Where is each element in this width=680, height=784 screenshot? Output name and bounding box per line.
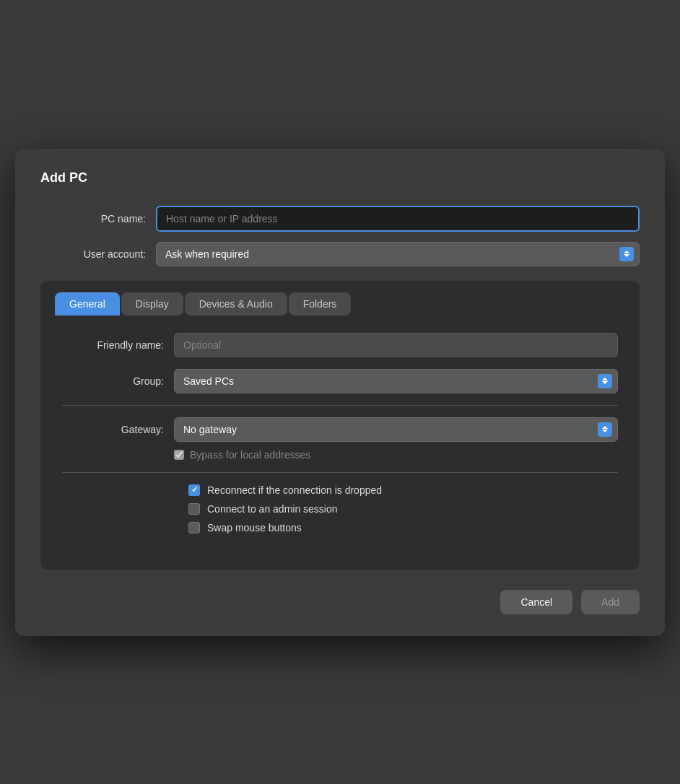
friendly-name-label: Friendly name:: [62, 339, 174, 351]
tab-general[interactable]: General: [55, 292, 120, 315]
reconnect-checkbox-checked-icon[interactable]: [188, 484, 200, 496]
swap-mouse-checkbox[interactable]: [188, 522, 200, 533]
tab-devices-audio[interactable]: Devices & Audio: [185, 292, 287, 315]
tab-folders[interactable]: Folders: [289, 292, 352, 315]
user-account-row: User account: Ask when required: [40, 242, 640, 266]
pc-name-row: PC name:: [40, 206, 640, 232]
group-label: Group:: [62, 375, 174, 387]
pc-name-input[interactable]: [156, 206, 640, 232]
gateway-row: Gateway: No gateway: [62, 417, 618, 442]
friendly-name-input[interactable]: [174, 333, 618, 357]
bypass-row: Bypass for local addresses: [62, 449, 618, 461]
general-tab-content: Friendly name: Group: Saved PCs Gateway:: [40, 315, 640, 548]
group-row: Group: Saved PCs: [62, 369, 618, 393]
divider-2: [62, 472, 618, 473]
user-account-select[interactable]: Ask when required: [156, 242, 640, 266]
admin-session-checkbox[interactable]: [188, 503, 200, 515]
cancel-button[interactable]: Cancel: [500, 590, 572, 614]
gateway-select-wrapper: No gateway: [174, 417, 618, 442]
reconnect-label: Reconnect if the connection is dropped: [207, 484, 382, 496]
gateway-label: Gateway:: [62, 424, 174, 435]
bypass-label: Bypass for local addresses: [190, 449, 310, 461]
add-pc-dialog: Add PC PC name: User account: Ask when r…: [15, 149, 665, 636]
admin-session-label: Connect to an admin session: [207, 503, 338, 515]
gateway-select[interactable]: No gateway: [174, 417, 618, 442]
swap-mouse-label: Swap mouse buttons: [207, 522, 302, 533]
dialog-footer: Cancel Add: [40, 590, 640, 614]
tabs-panel: General Display Devices & Audio Folders …: [40, 281, 640, 570]
user-account-select-wrapper: Ask when required: [156, 242, 640, 266]
user-account-label: User account:: [40, 248, 156, 260]
admin-session-row: Connect to an admin session: [62, 503, 618, 515]
group-select[interactable]: Saved PCs: [174, 369, 618, 393]
swap-mouse-row: Swap mouse buttons: [62, 522, 618, 533]
group-select-wrapper: Saved PCs: [174, 369, 618, 393]
add-button[interactable]: Add: [581, 590, 640, 614]
divider-1: [62, 405, 618, 406]
tabs-bar: General Display Devices & Audio Folders: [40, 281, 640, 315]
reconnect-row: Reconnect if the connection is dropped: [62, 484, 618, 496]
dialog-title: Add PC: [40, 170, 640, 186]
tab-display[interactable]: Display: [121, 292, 183, 315]
friendly-name-row: Friendly name:: [62, 333, 618, 357]
pc-name-label: PC name:: [40, 213, 156, 225]
bypass-checkbox: [174, 450, 184, 460]
